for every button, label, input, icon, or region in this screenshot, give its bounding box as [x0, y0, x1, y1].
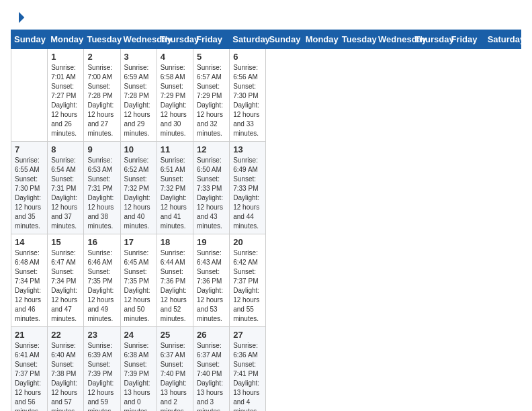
week-row-4: 21 Sunrise: 6:41 AM Sunset: 7:37 PM Dayl… [11, 327, 521, 412]
week-row-3: 14 Sunrise: 6:48 AM Sunset: 7:34 PM Dayl… [11, 234, 521, 327]
col-header-saturday: Saturday [230, 30, 266, 49]
day-info: Sunrise: 6:54 AM Sunset: 7:31 PM Dayligh… [51, 156, 80, 231]
day-cell: 14 Sunrise: 6:48 AM Sunset: 7:34 PM Dayl… [11, 234, 48, 327]
day-info: Sunrise: 7:01 AM Sunset: 7:27 PM Dayligh… [51, 63, 80, 138]
logo [11, 11, 26, 24]
day-number: 7 [15, 144, 44, 154]
day-cell: 13 Sunrise: 6:49 AM Sunset: 7:33 PM Dayl… [230, 142, 266, 234]
day-cell: 15 Sunrise: 6:47 AM Sunset: 7:34 PM Dayl… [48, 234, 84, 327]
day-info: Sunrise: 6:41 AM Sunset: 7:37 PM Dayligh… [15, 341, 44, 411]
day-info: Sunrise: 6:40 AM Sunset: 7:38 PM Dayligh… [51, 341, 80, 411]
day-cell: 3 Sunrise: 6:59 AM Sunset: 7:28 PM Dayli… [120, 49, 157, 142]
day-cell: 27 Sunrise: 6:36 AM Sunset: 7:41 PM Dayl… [230, 327, 266, 412]
col-header-thursday: Thursday [412, 30, 448, 49]
day-number: 15 [51, 237, 80, 247]
day-info: Sunrise: 6:47 AM Sunset: 7:34 PM Dayligh… [51, 248, 80, 324]
day-number: 22 [51, 330, 80, 340]
day-number: 24 [124, 330, 153, 340]
day-number: 26 [197, 330, 226, 340]
day-number: 1 [51, 52, 80, 62]
col-header-friday: Friday [193, 30, 230, 49]
day-cell: 1 Sunrise: 7:01 AM Sunset: 7:27 PM Dayli… [48, 49, 84, 142]
day-number: 11 [161, 144, 189, 154]
day-number: 20 [233, 237, 262, 247]
day-cell: 20 Sunrise: 6:42 AM Sunset: 7:37 PM Dayl… [230, 234, 266, 327]
day-number: 27 [233, 330, 262, 340]
day-cell: 9 Sunrise: 6:53 AM Sunset: 7:31 PM Dayli… [84, 142, 120, 234]
day-cell: 11 Sunrise: 6:51 AM Sunset: 7:32 PM Dayl… [157, 142, 193, 234]
day-info: Sunrise: 6:51 AM Sunset: 7:32 PM Dayligh… [161, 156, 189, 231]
calendar-table: SundayMondayTuesdayWednesdayThursdayFrid… [11, 30, 521, 411]
day-number: 9 [87, 144, 116, 154]
day-info: Sunrise: 6:49 AM Sunset: 7:33 PM Dayligh… [233, 156, 262, 231]
col-header-sunday: Sunday [11, 30, 48, 49]
week-row-2: 7 Sunrise: 6:55 AM Sunset: 7:30 PM Dayli… [11, 142, 521, 234]
day-number: 16 [87, 237, 116, 247]
day-cell: 22 Sunrise: 6:40 AM Sunset: 7:38 PM Dayl… [48, 327, 84, 412]
day-number: 12 [197, 144, 226, 154]
col-header-monday: Monday [48, 30, 84, 49]
day-cell: 7 Sunrise: 6:55 AM Sunset: 7:30 PM Dayli… [11, 142, 48, 234]
header-row: SundayMondayTuesdayWednesdayThursdayFrid… [11, 30, 521, 49]
day-info: Sunrise: 6:37 AM Sunset: 7:40 PM Dayligh… [197, 341, 226, 411]
logo-icon [12, 11, 26, 24]
day-number: 10 [124, 144, 153, 154]
day-number: 17 [124, 237, 153, 247]
day-number: 23 [87, 330, 116, 340]
day-info: Sunrise: 6:36 AM Sunset: 7:41 PM Dayligh… [233, 341, 262, 411]
day-cell: 17 Sunrise: 6:45 AM Sunset: 7:35 PM Dayl… [120, 234, 157, 327]
day-cell: 21 Sunrise: 6:41 AM Sunset: 7:37 PM Dayl… [11, 327, 48, 412]
day-cell: 2 Sunrise: 7:00 AM Sunset: 7:28 PM Dayli… [84, 49, 120, 142]
page-header [11, 11, 521, 24]
day-info: Sunrise: 6:37 AM Sunset: 7:40 PM Dayligh… [161, 341, 189, 411]
day-cell [11, 49, 48, 142]
day-number: 8 [51, 144, 80, 154]
col-header-sunday: Sunday [266, 30, 302, 49]
day-cell: 5 Sunrise: 6:57 AM Sunset: 7:29 PM Dayli… [193, 49, 230, 142]
day-info: Sunrise: 6:46 AM Sunset: 7:35 PM Dayligh… [87, 248, 116, 324]
day-info: Sunrise: 6:55 AM Sunset: 7:30 PM Dayligh… [15, 156, 44, 231]
day-number: 19 [197, 237, 226, 247]
col-header-friday: Friday [448, 30, 484, 49]
day-info: Sunrise: 6:50 AM Sunset: 7:33 PM Dayligh… [197, 156, 226, 231]
col-header-tuesday: Tuesday [84, 30, 120, 49]
day-cell: 10 Sunrise: 6:52 AM Sunset: 7:32 PM Dayl… [120, 142, 157, 234]
day-cell: 23 Sunrise: 6:39 AM Sunset: 7:39 PM Dayl… [84, 327, 120, 412]
day-info: Sunrise: 6:43 AM Sunset: 7:36 PM Dayligh… [197, 248, 226, 324]
day-number: 2 [87, 52, 116, 62]
day-cell: 4 Sunrise: 6:58 AM Sunset: 7:29 PM Dayli… [157, 49, 193, 142]
col-header-thursday: Thursday [157, 30, 193, 49]
day-info: Sunrise: 6:59 AM Sunset: 7:28 PM Dayligh… [124, 63, 153, 138]
day-cell: 25 Sunrise: 6:37 AM Sunset: 7:40 PM Dayl… [157, 327, 193, 412]
day-cell: 8 Sunrise: 6:54 AM Sunset: 7:31 PM Dayli… [48, 142, 84, 234]
day-info: Sunrise: 6:56 AM Sunset: 7:30 PM Dayligh… [233, 63, 262, 138]
day-info: Sunrise: 6:52 AM Sunset: 7:32 PM Dayligh… [124, 156, 153, 231]
day-info: Sunrise: 7:00 AM Sunset: 7:28 PM Dayligh… [87, 63, 116, 138]
day-number: 6 [233, 52, 262, 62]
day-info: Sunrise: 6:44 AM Sunset: 7:36 PM Dayligh… [161, 248, 189, 324]
day-number: 13 [233, 144, 262, 154]
col-header-tuesday: Tuesday [339, 30, 375, 49]
svg-marker-0 [19, 12, 24, 24]
day-cell: 6 Sunrise: 6:56 AM Sunset: 7:30 PM Dayli… [230, 49, 266, 142]
day-cell: 24 Sunrise: 6:38 AM Sunset: 7:39 PM Dayl… [120, 327, 157, 412]
day-cell: 12 Sunrise: 6:50 AM Sunset: 7:33 PM Dayl… [193, 142, 230, 234]
day-info: Sunrise: 6:57 AM Sunset: 7:29 PM Dayligh… [197, 63, 226, 138]
day-number: 4 [161, 52, 189, 62]
day-info: Sunrise: 6:39 AM Sunset: 7:39 PM Dayligh… [87, 341, 116, 411]
day-number: 18 [161, 237, 189, 247]
col-header-monday: Monday [302, 30, 339, 49]
col-header-saturday: Saturday [484, 30, 521, 49]
day-cell: 19 Sunrise: 6:43 AM Sunset: 7:36 PM Dayl… [193, 234, 230, 327]
day-number: 3 [124, 52, 153, 62]
day-info: Sunrise: 6:53 AM Sunset: 7:31 PM Dayligh… [87, 156, 116, 231]
day-number: 5 [197, 52, 226, 62]
day-cell: 18 Sunrise: 6:44 AM Sunset: 7:36 PM Dayl… [157, 234, 193, 327]
day-cell: 26 Sunrise: 6:37 AM Sunset: 7:40 PM Dayl… [193, 327, 230, 412]
day-info: Sunrise: 6:42 AM Sunset: 7:37 PM Dayligh… [233, 248, 262, 324]
day-number: 21 [15, 330, 44, 340]
day-info: Sunrise: 6:38 AM Sunset: 7:39 PM Dayligh… [124, 341, 153, 411]
day-number: 14 [15, 237, 44, 247]
day-info: Sunrise: 6:58 AM Sunset: 7:29 PM Dayligh… [161, 63, 189, 138]
col-header-wednesday: Wednesday [375, 30, 412, 49]
